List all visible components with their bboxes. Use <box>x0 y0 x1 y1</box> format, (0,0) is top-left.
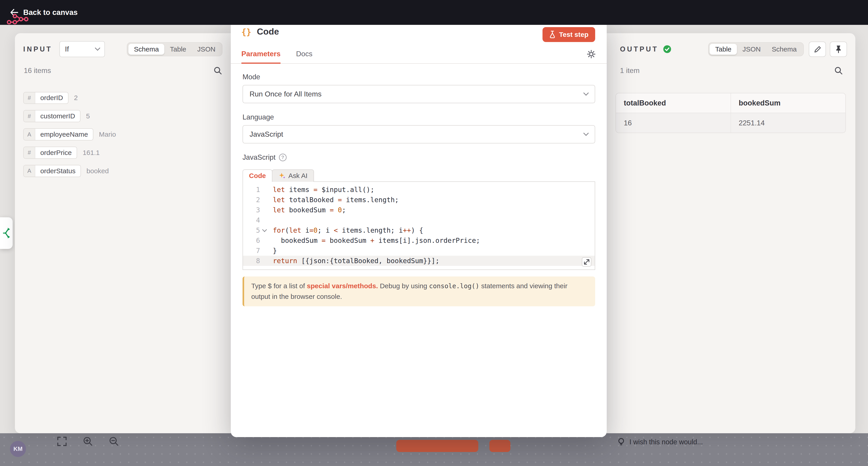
code-token: bookedSum <box>326 236 370 244</box>
output-search-button[interactable] <box>834 66 843 75</box>
special-vars-link[interactable]: special vars/methods. <box>307 282 378 290</box>
canvas-controls <box>57 436 119 446</box>
code-token: items.length; i <box>338 226 403 234</box>
tab-table[interactable]: Table <box>710 44 737 55</box>
output-header: OUTPUT TableJSONSchema <box>620 41 847 57</box>
zoom-to-fit-button[interactable] <box>57 436 67 446</box>
node-title[interactable]: Code <box>257 27 279 37</box>
code-token: ( <box>285 226 289 234</box>
line-number: 8 <box>243 256 268 266</box>
editor-label-row: JavaScript ? <box>243 154 595 162</box>
hint-prefix: Type $ for a list of <box>251 282 307 290</box>
code-line[interactable]: } <box>267 245 594 256</box>
node-tab-bar: Parameters Docs <box>231 45 607 64</box>
code-token: = <box>330 206 334 214</box>
code-token: [{json:{totalBooked, bookedSum}}]; <box>297 257 439 265</box>
schema-field[interactable]: #customerID5 <box>23 110 116 122</box>
table-cell: 16 <box>616 113 730 133</box>
schema-field-list: #orderID2#customerID5AemployeeNameMario#… <box>23 92 116 177</box>
chevron-down-icon <box>583 131 589 136</box>
pencil-icon <box>813 45 822 54</box>
language-label: Language <box>243 113 595 121</box>
column-header: bookedSum <box>731 93 845 113</box>
field-name: orderPrice <box>35 147 76 158</box>
code-token: bookedSum <box>285 206 330 214</box>
schema-field[interactable]: AorderStatusbooked <box>23 165 116 177</box>
tab-schema[interactable]: Schema <box>766 44 802 55</box>
schema-field[interactable]: AemployeeNameMario <box>23 128 116 140</box>
code-token: } <box>273 247 277 255</box>
pin-data-button[interactable] <box>830 41 847 57</box>
language-select[interactable]: JavaScript <box>243 125 595 143</box>
run-workflow-button-dimmed <box>396 440 478 452</box>
top-bar: Back to canvas <box>0 0 868 25</box>
flask-icon <box>549 31 556 38</box>
fold-icon[interactable] <box>262 227 267 232</box>
code-line[interactable]: for(let i=0; i < items.length; i++) { <box>267 225 594 235</box>
field-value: 5 <box>86 112 90 120</box>
mode-select[interactable]: Run Once for All Items <box>243 85 595 103</box>
code-token: for <box>273 226 285 234</box>
code-line[interactable]: bookedSum = bookedSum + items[i].json.or… <box>267 235 594 245</box>
schema-field[interactable]: #orderID2 <box>23 92 116 104</box>
code-token: = <box>322 236 326 244</box>
output-table: totalBookedbookedSum 162251.14 <box>616 93 846 133</box>
tab-json[interactable]: JSON <box>737 44 766 55</box>
code-token: let <box>273 206 285 214</box>
output-count-row: 1 item <box>620 66 843 75</box>
hint-middle: Debug by using <box>378 282 429 290</box>
node-feedback-button[interactable]: I wish this node would... <box>617 437 703 446</box>
expand-editor-button[interactable] <box>582 257 591 267</box>
line-number: 6 <box>243 235 268 245</box>
code-token: items[i].json.orderPrice; <box>374 236 480 244</box>
code-node-icon: {} <box>241 27 251 37</box>
node-settings-button[interactable] <box>587 50 596 61</box>
edit-output-button[interactable] <box>809 41 826 57</box>
code-line[interactable]: let bookedSum = 0; <box>267 205 594 215</box>
if-node-peek[interactable] <box>0 217 13 249</box>
code-token: ++ <box>403 226 411 234</box>
schema-field[interactable]: #orderPrice161.1 <box>23 146 116 159</box>
tab-code[interactable]: Code <box>243 169 273 182</box>
tab-schema[interactable]: Schema <box>128 44 164 55</box>
chevron-down-icon <box>95 45 100 51</box>
code-editor[interactable]: 12345678 let items = $input.all();let to… <box>243 181 595 270</box>
test-step-button[interactable]: Test step <box>542 27 595 42</box>
input-source-select[interactable]: If <box>59 41 105 57</box>
code-token: = <box>309 226 313 234</box>
code-line[interactable]: let totalBooked = items.length; <box>267 195 594 205</box>
code-token: < <box>334 226 338 234</box>
field-name: employeeName <box>35 129 93 140</box>
code-line[interactable]: let items = $input.all(); <box>267 185 594 195</box>
code-line[interactable]: return [{json:{totalBooked, bookedSum}}]… <box>267 256 594 266</box>
field-value: Mario <box>99 131 116 138</box>
zoom-in-icon <box>83 436 93 446</box>
code-token: + <box>370 236 374 244</box>
test-step-label: Test step <box>559 31 588 38</box>
output-title: OUTPUT <box>620 45 658 53</box>
tab-table[interactable]: Table <box>164 44 192 55</box>
table-row[interactable]: 162251.14 <box>616 113 845 133</box>
expand-icon <box>584 259 590 265</box>
output-panel: OUTPUT TableJSONSchema 1 item totalBooke… <box>607 33 855 433</box>
tab-ask-ai[interactable]: Ask AI <box>272 169 314 182</box>
search-icon <box>834 66 843 75</box>
tab-parameters[interactable]: Parameters <box>241 45 281 63</box>
tab-json[interactable]: JSON <box>192 44 221 55</box>
code-line[interactable] <box>267 215 594 225</box>
zoom-in-button[interactable] <box>83 436 93 446</box>
tab-docs[interactable]: Docs <box>296 45 313 63</box>
editor-gutter: 12345678 <box>243 182 268 269</box>
field-type-icon: # <box>24 147 35 158</box>
language-value: JavaScript <box>250 130 283 138</box>
line-number: 5 <box>243 225 268 235</box>
input-search-button[interactable] <box>214 66 222 75</box>
help-icon[interactable]: ? <box>279 154 287 161</box>
line-number: 7 <box>243 245 268 256</box>
gear-icon <box>587 50 596 59</box>
user-avatar[interactable]: KM <box>10 441 26 457</box>
input-items-count: 16 items <box>24 66 51 75</box>
code-token: ; i <box>318 226 334 234</box>
zoom-out-button[interactable] <box>109 436 119 446</box>
hint-code: console.log() <box>429 282 479 290</box>
